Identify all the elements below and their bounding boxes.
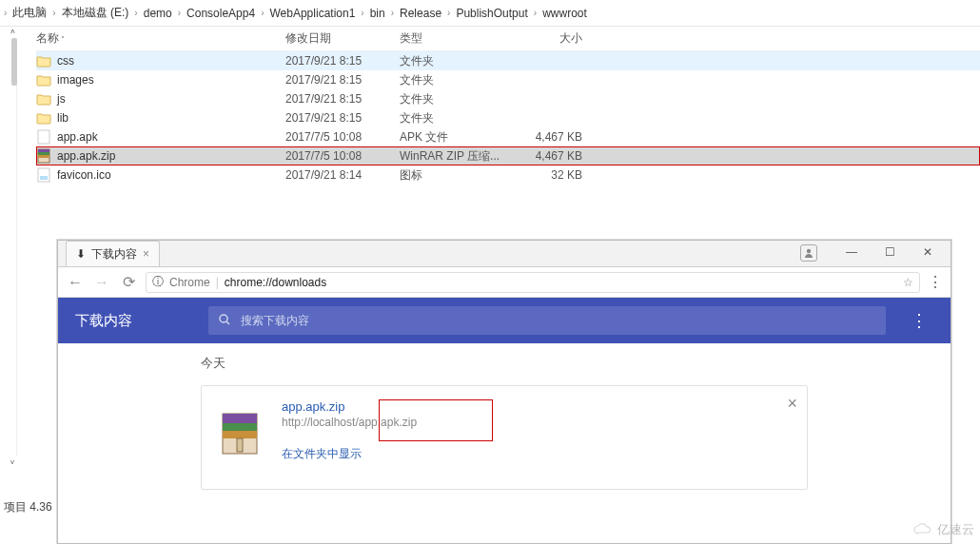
chevron-right-icon: › <box>447 8 450 18</box>
url-path: chrome://downloads <box>225 276 326 289</box>
crumb-0[interactable]: 此电脑 <box>10 5 49 21</box>
file-row[interactable]: app.apk2017/7/5 10:08APK 文件4,467 KB <box>36 127 980 146</box>
file-name: app.apk <box>57 130 285 144</box>
chevron-right-icon: › <box>178 8 181 18</box>
file-type: 文件夹 <box>400 91 514 107</box>
folder-icon <box>36 72 51 87</box>
chevron-right-icon: › <box>261 8 264 18</box>
crumb-6[interactable]: Release <box>398 7 443 20</box>
close-button[interactable]: ✕ <box>909 241 947 263</box>
downloads-header: 下载内容 搜索下载内容 ⋮ <box>58 298 951 343</box>
crumb-1[interactable]: 本地磁盘 (E:) <box>60 5 131 21</box>
address-bar: ← → ⟳ ⓘ Chrome | chrome://downloads ☆ ⋮ <box>58 267 951 298</box>
url-field[interactable]: ⓘ Chrome | chrome://downloads ☆ <box>146 272 920 293</box>
crumb-8[interactable]: wwwroot <box>540 7 589 20</box>
chrome-titlebar: ⬇ 下载内容 × ― ☐ ✕ <box>58 241 951 267</box>
chevron-right-icon: › <box>134 8 137 18</box>
col-type[interactable]: 类型 <box>400 30 514 47</box>
sort-asc-icon: ˄ <box>61 35 65 44</box>
folder-icon <box>36 91 51 107</box>
svg-rect-14 <box>237 438 243 452</box>
downloads-menu-button[interactable]: ⋮ <box>905 310 933 331</box>
svg-rect-11 <box>223 414 257 423</box>
chrome-menu-button[interactable]: ⋮ <box>928 273 943 291</box>
bookmark-icon[interactable]: ☆ <box>903 276 913 289</box>
crumb-3[interactable]: ConsoleApp4 <box>185 7 257 20</box>
file-size: 4,467 KB <box>514 149 590 163</box>
chevron-right-icon: › <box>361 8 363 18</box>
search-placeholder: 搜索下载内容 <box>241 313 309 329</box>
svg-rect-13 <box>223 431 257 438</box>
file-date: 2017/9/21 8:15 <box>285 73 400 87</box>
chevron-right-icon: › <box>391 8 394 18</box>
crumb-5[interactable]: bin <box>368 7 387 20</box>
file-type: 文件夹 <box>400 110 514 126</box>
file-name: js <box>57 92 285 106</box>
file-name: images <box>57 73 285 87</box>
file-type: WinRAR ZIP 压缩... <box>400 148 514 165</box>
svg-rect-6 <box>40 176 48 180</box>
status-bar: 项目 4.36 KB <box>0 497 57 517</box>
file-date: 2017/9/21 8:15 <box>285 111 400 125</box>
file-row[interactable]: images2017/9/21 8:15文件夹 <box>36 70 980 89</box>
col-date[interactable]: 修改日期 <box>285 30 400 47</box>
file-row[interactable]: css2017/9/21 8:15文件夹 <box>36 51 980 70</box>
file-size: 4,467 KB <box>514 130 590 144</box>
info-icon: ⓘ <box>152 274 164 290</box>
url-label: Chrome <box>169 276 210 289</box>
tab-close-icon[interactable]: × <box>143 247 149 261</box>
svg-point-8 <box>220 315 227 322</box>
download-item: app.apk.zip http://localhost/app.apk.zip… <box>201 385 808 490</box>
breadcrumb[interactable]: › 此电脑 › 本地磁盘 (E:) › demo › ConsoleApp4 ›… <box>0 0 980 27</box>
svg-line-9 <box>226 321 229 324</box>
file-row[interactable]: app.apk.zip2017/7/5 10:08WinRAR ZIP 压缩..… <box>36 146 980 165</box>
show-in-folder-link[interactable]: 在文件夹中显示 <box>282 446 417 462</box>
reload-button[interactable]: ⟳ <box>119 273 138 291</box>
file-name: lib <box>57 111 285 125</box>
forward-button[interactable]: → <box>92 274 111 291</box>
crumb-4[interactable]: WebApplication1 <box>267 7 357 20</box>
remove-download-button[interactable]: × <box>787 394 797 414</box>
file-size: 32 KB <box>514 168 590 182</box>
tab-title: 下载内容 <box>91 246 137 262</box>
crumb-2[interactable]: demo <box>142 7 174 20</box>
chevron-up-icon: ʌ <box>10 27 15 35</box>
file-row[interactable]: lib2017/9/21 8:15文件夹 <box>36 108 980 127</box>
rar-icon <box>217 411 263 457</box>
svg-rect-2 <box>38 149 49 152</box>
browser-tab[interactable]: ⬇ 下载内容 × <box>66 241 160 266</box>
file-name: app.apk.zip <box>57 149 285 163</box>
file-row[interactable]: js2017/9/21 8:15文件夹 <box>36 89 980 108</box>
file-date: 2017/9/21 8:15 <box>285 92 400 106</box>
file-date: 2017/9/21 8:15 <box>285 54 400 68</box>
crumb-7[interactable]: PublishOutput <box>454 7 529 20</box>
chevron-right-icon: › <box>52 8 55 18</box>
col-size[interactable]: 大小 <box>514 30 590 47</box>
minimize-button[interactable]: ― <box>833 241 871 263</box>
file-type: 图标 <box>400 167 514 184</box>
watermark: 亿速云 <box>912 521 974 538</box>
ico-icon <box>36 167 51 183</box>
chevron-right-icon: › <box>4 8 7 18</box>
downloads-title: 下载内容 <box>75 312 189 330</box>
download-icon: ⬇ <box>76 247 86 261</box>
file-type: 文件夹 <box>400 72 514 88</box>
col-name[interactable]: 名称˄ <box>36 30 285 47</box>
svg-rect-4 <box>38 155 49 158</box>
back-button[interactable]: ← <box>66 274 85 291</box>
folder-icon <box>36 53 51 68</box>
svg-rect-12 <box>223 423 257 431</box>
tree-scrollbar[interactable]: ʌ v <box>13 38 17 457</box>
file-row[interactable]: favicon.ico2017/9/21 8:14图标32 KB <box>36 165 980 185</box>
file-name: css <box>57 54 285 68</box>
file-date: 2017/9/21 8:14 <box>285 168 400 182</box>
file-date: 2017/7/5 10:08 <box>285 149 400 163</box>
column-headers[interactable]: 名称˄ 修改日期 类型 大小 <box>36 27 980 51</box>
chevron-right-icon: › <box>534 8 537 18</box>
chrome-window: ⬇ 下载内容 × ― ☐ ✕ ← → ⟳ ⓘ Chrome | chrome:/… <box>57 240 951 544</box>
file-type: 文件夹 <box>400 53 514 69</box>
profile-button[interactable] <box>800 244 817 262</box>
scrollbar-thumb[interactable] <box>11 38 17 86</box>
maximize-button[interactable]: ☐ <box>871 241 909 263</box>
downloads-search[interactable]: 搜索下载内容 <box>208 306 886 335</box>
